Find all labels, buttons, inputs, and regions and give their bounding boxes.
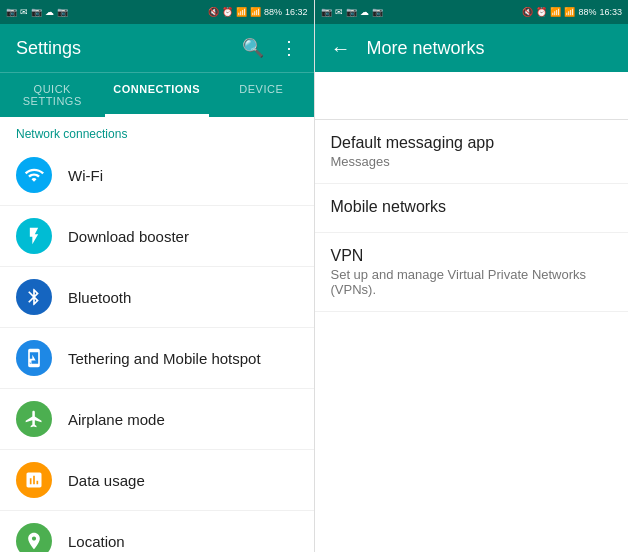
data-usage-label: Data usage (68, 472, 145, 489)
right-title: More networks (367, 38, 485, 59)
tab-quick-settings[interactable]: QUICK SETTINGS (0, 73, 105, 117)
location-icon (16, 523, 52, 552)
network-item-default-messaging[interactable]: Default messaging app Messages (315, 120, 629, 184)
tabs-bar: QUICK SETTINGS CONNECTIONS DEVICE (0, 72, 314, 117)
left-status-right: 🔇⏰📶📶 88% 16:32 (208, 7, 308, 17)
wifi-label: Wi-Fi (68, 167, 103, 184)
more-options-icon[interactable]: ⋮ (280, 37, 298, 59)
wifi-icon (16, 157, 52, 193)
tethering-label: Tethering and Mobile hotspot (68, 350, 261, 367)
tab-device[interactable]: DEVICE (209, 73, 314, 117)
network-item-vpn[interactable]: VPN Set up and manage Virtual Private Ne… (315, 233, 629, 312)
right-status-bar: 📷✉📷☁📷 🔇⏰📶📶 88% 16:33 (315, 0, 629, 24)
location-label: Location (68, 533, 125, 550)
default-messaging-title: Default messaging app (331, 134, 613, 152)
settings-item-tethering[interactable]: Tethering and Mobile hotspot (0, 328, 314, 389)
left-battery: 88% (264, 7, 282, 17)
network-item-mobile-networks[interactable]: Mobile networks (315, 184, 629, 233)
vpn-subtitle: Set up and manage Virtual Private Networ… (331, 267, 613, 297)
bluetooth-label: Bluetooth (68, 289, 131, 306)
left-status-bar: 📷✉📷☁📷 🔇⏰📶📶 88% 16:32 (0, 0, 314, 24)
left-app-icons: 🔍 ⋮ (242, 37, 298, 59)
settings-item-bluetooth[interactable]: Bluetooth (0, 267, 314, 328)
vpn-title: VPN (331, 247, 613, 265)
right-battery: 88% (578, 7, 596, 17)
mobile-networks-title: Mobile networks (331, 198, 613, 216)
section-network-connections: Network connections (0, 117, 314, 145)
search-icon[interactable]: 🔍 (242, 37, 264, 59)
settings-item-airplane[interactable]: Airplane mode (0, 389, 314, 450)
bluetooth-icon (16, 279, 52, 315)
tethering-icon (16, 340, 52, 376)
settings-item-location[interactable]: Location (0, 511, 314, 552)
download-booster-icon (16, 218, 52, 254)
right-status-icons: 📷✉📷☁📷 (321, 7, 383, 17)
tab-connections[interactable]: CONNECTIONS (105, 73, 210, 117)
right-status-right: 🔇⏰📶📶 88% 16:33 (522, 7, 622, 17)
data-usage-icon (16, 462, 52, 498)
default-messaging-subtitle: Messages (331, 154, 613, 169)
airplane-label: Airplane mode (68, 411, 165, 428)
left-status-icons: 📷✉📷☁📷 (6, 7, 68, 17)
settings-item-data-usage[interactable]: Data usage (0, 450, 314, 511)
right-app-bar: ← More networks (315, 24, 629, 72)
settings-list: Wi-Fi Download booster Bluetooth (0, 145, 314, 552)
more-networks-list: Default messaging app Messages Mobile ne… (315, 120, 629, 552)
download-booster-label: Download booster (68, 228, 189, 245)
left-app-bar: Settings 🔍 ⋮ (0, 24, 314, 72)
left-app-title: Settings (16, 38, 81, 59)
right-time: 16:33 (599, 7, 622, 17)
settings-item-wifi[interactable]: Wi-Fi (0, 145, 314, 206)
left-time: 16:32 (285, 7, 308, 17)
airplane-icon (16, 401, 52, 437)
settings-item-download-booster[interactable]: Download booster (0, 206, 314, 267)
back-button[interactable]: ← (331, 37, 351, 60)
